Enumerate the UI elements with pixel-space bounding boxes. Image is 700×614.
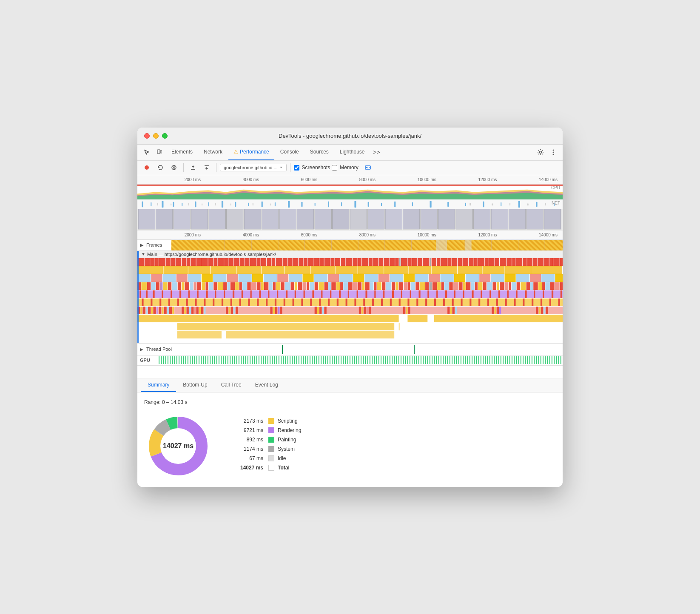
svg-rect-330 (517, 282, 520, 290)
svg-rect-612 (381, 356, 381, 364)
svg-rect-598 (350, 356, 350, 364)
svg-rect-609 (374, 356, 375, 364)
svg-rect-199 (384, 266, 408, 274)
svg-rect-501 (546, 307, 548, 314)
svg-rect-401 (222, 298, 223, 306)
svg-rect-435 (523, 298, 524, 306)
tab-elements[interactable]: Elements (166, 144, 198, 160)
svg-rect-610 (376, 356, 377, 364)
svg-rect-141 (319, 258, 324, 266)
svg-rect-112 (166, 258, 171, 266)
svg-rect-628 (416, 356, 417, 364)
svg-rect-329 (512, 282, 516, 290)
svg-rect-551 (245, 356, 246, 364)
svg-rect-182 (533, 258, 537, 266)
screenshots-checkbox[interactable] (294, 165, 299, 171)
gpu-row: GPU (137, 355, 563, 366)
svg-rect-165 (441, 258, 447, 266)
svg-rect-677 (525, 356, 526, 364)
svg-rect-417 (363, 298, 365, 306)
svg-rect-33 (315, 202, 316, 206)
svg-rect-264 (239, 282, 242, 290)
svg-rect-125 (233, 258, 239, 266)
svg-rect-608 (372, 356, 373, 364)
tab-sources[interactable]: Sources (305, 144, 334, 160)
svg-rect-668 (505, 356, 506, 364)
settings-button[interactable] (535, 146, 546, 158)
svg-rect-586 (323, 356, 324, 364)
svg-rect-233 (479, 274, 490, 282)
svg-rect-407 (275, 298, 276, 306)
svg-rect-256 (205, 282, 208, 290)
svg-rect-444 (146, 307, 148, 314)
memory-checkbox-group[interactable]: Memory (332, 165, 358, 171)
svg-rect-315 (453, 282, 459, 290)
download-button[interactable] (201, 162, 213, 173)
svg-rect-355 (250, 290, 252, 298)
svg-rect-405 (257, 298, 259, 306)
svg-rect-533 (205, 356, 206, 364)
svg-rect-577 (303, 356, 304, 364)
svg-rect-506 (399, 323, 400, 330)
more-options-button[interactable] (547, 146, 559, 158)
svg-rect-669 (507, 356, 508, 364)
svg-rect-596 (345, 356, 346, 364)
svg-rect-367 (357, 290, 358, 298)
svg-rect-384 (507, 290, 509, 298)
svg-rect-345 (162, 290, 163, 298)
svg-rect-20 (151, 202, 151, 206)
svg-rect-587 (325, 356, 326, 364)
tab-summary[interactable]: Summary (141, 378, 176, 392)
svg-rect-136 (293, 258, 299, 266)
more-tabs-button[interactable]: >> (371, 146, 383, 158)
bottom-tabs: Summary Bottom-Up Call Tree Event Log (137, 378, 563, 392)
svg-rect-10 (191, 169, 195, 170)
tab-lighthouse[interactable]: Lighthouse (335, 144, 370, 160)
tab-bottom-up[interactable]: Bottom-Up (176, 378, 214, 392)
svg-rect-86 (526, 209, 543, 230)
svg-rect-690 (554, 356, 555, 364)
memory-checkbox[interactable] (332, 165, 337, 171)
tab-call-tree[interactable]: Call Tree (214, 378, 248, 392)
reload-button[interactable] (154, 162, 166, 173)
record-button[interactable] (141, 162, 153, 173)
svg-rect-324 (492, 282, 496, 290)
svg-rect-121 (213, 258, 217, 266)
legend-row-rendering: 9721 ms Rendering (229, 427, 556, 433)
screenshots-checkbox-group[interactable]: Screenshots (294, 165, 330, 171)
capture-settings-button[interactable] (362, 162, 374, 173)
svg-rect-140 (314, 258, 319, 266)
tab-network[interactable]: Network (199, 144, 228, 160)
tab-event-log[interactable]: Event Log (248, 378, 285, 392)
clear-button[interactable] (168, 162, 180, 173)
svg-rect-428 (461, 298, 462, 306)
svg-rect-337 (545, 282, 549, 290)
svg-rect-381 (481, 290, 482, 298)
upload-button[interactable] (187, 162, 199, 173)
svg-rect-659 (485, 356, 486, 364)
svg-rect-78 (385, 209, 402, 230)
svg-rect-630 (421, 356, 421, 364)
svg-rect-39 (394, 201, 396, 207)
svg-rect-447 (154, 307, 156, 314)
svg-rect-274 (281, 282, 285, 290)
svg-rect-90 (171, 240, 563, 250)
svg-rect-680 (532, 356, 532, 364)
system-label: System (278, 446, 295, 452)
svg-rect-299 (386, 282, 391, 290)
device-toolbar-button[interactable] (154, 146, 165, 158)
svg-rect-132 (272, 258, 275, 266)
svg-rect-66 (174, 209, 190, 230)
minimize-button[interactable] (153, 133, 159, 139)
summary-legend: 2173 ms Scripting 9721 ms Rendering 892 … (229, 418, 556, 474)
tab-console[interactable]: Console (275, 144, 304, 160)
svg-rect-211 (202, 274, 213, 282)
close-button[interactable] (144, 133, 150, 139)
svg-rect-77 (368, 209, 384, 230)
maximize-button[interactable] (162, 133, 168, 139)
svg-rect-497 (536, 307, 538, 314)
svg-rect-354 (242, 290, 243, 298)
svg-rect-285 (328, 282, 331, 290)
select-element-button[interactable] (141, 146, 153, 158)
tab-performance[interactable]: ⚠Performance (228, 144, 274, 160)
